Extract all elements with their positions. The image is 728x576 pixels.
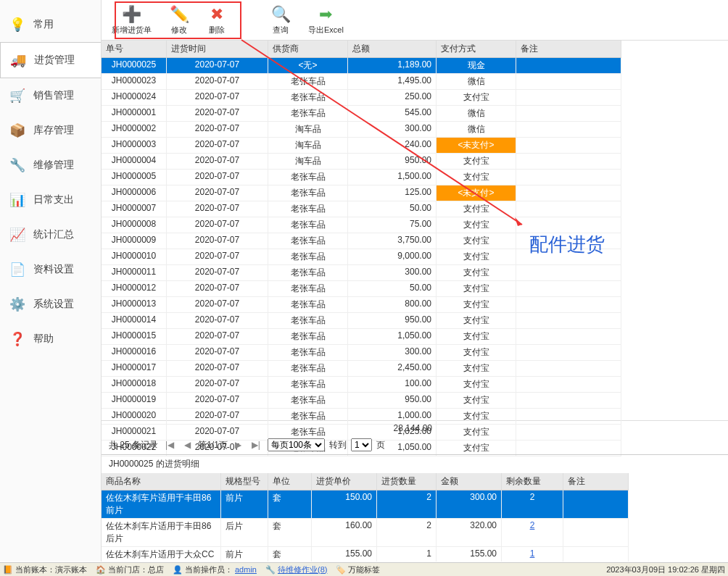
- col-header[interactable]: 金额: [437, 473, 502, 491]
- delete-button[interactable]: ✖ 删除: [204, 3, 230, 37]
- detail-header: 商品名称规格型号单位进货单价进货数量金额剩余数量备注: [102, 473, 728, 491]
- sidebar: 💡常用🚚进货管理🛒销售管理📦库存管理🔧维修管理📊日常支出📈统计汇总📄资料设置⚙️…: [0, 0, 102, 562]
- table-row[interactable]: JH00000232020-07-07老张车品1,495.00微信: [102, 74, 728, 90]
- pager-page: 第1/1页: [198, 439, 228, 451]
- add-button[interactable]: ➕ 新增进货单: [109, 3, 154, 37]
- remaining-link[interactable]: 1: [502, 547, 563, 562]
- sidebar-item-8[interactable]: ⚙️系统设置: [0, 287, 101, 322]
- sidebar-icon: 📄: [9, 261, 26, 278]
- table-row[interactable]: JH00000252020-07-07<无>1,189.00现金: [102, 58, 728, 74]
- sidebar-item-5[interactable]: 📊日常支出: [0, 183, 101, 217]
- plus-circle-icon: ➕: [122, 4, 142, 25]
- detail-title: JH0000025 的进货明细: [102, 454, 728, 473]
- sidebar-icon: 🔧: [9, 156, 26, 174]
- col-header[interactable]: 规格型号: [221, 473, 268, 491]
- col-header[interactable]: 进货单价: [312, 473, 377, 491]
- col-header[interactable]: 支付方式: [437, 41, 516, 58]
- col-header[interactable]: 单号: [102, 41, 167, 58]
- table-row[interactable]: JH00000052020-07-07老张车品1,500.00支付宝: [102, 170, 728, 185]
- table-row[interactable]: JH00000182020-07-07老张车品100.00支付宝: [102, 377, 728, 393]
- sidebar-item-1[interactable]: 🚚进货管理: [0, 42, 101, 78]
- sb-tag: 🏷️万能标签: [336, 564, 380, 575]
- sidebar-item-label: 常用: [33, 18, 54, 31]
- table-row[interactable]: JH00000022020-07-07淘车品300.00微信: [102, 122, 728, 138]
- table-row[interactable]: JH00000162020-07-07老张车品300.00支付宝: [102, 345, 728, 361]
- table-row[interactable]: 佐佐木刹车片适用于丰田86 后片后片套160.002320.002: [102, 519, 728, 547]
- pager-next-button[interactable]: ▶: [232, 440, 244, 450]
- col-header[interactable]: 进货时间: [167, 41, 268, 58]
- remaining-link[interactable]: 2: [502, 491, 563, 519]
- table-row[interactable]: JH00000192020-07-07老张车品950.00支付宝: [102, 393, 728, 409]
- table-row[interactable]: JH00000092020-07-07老张车品3,750.00支付宝: [102, 233, 728, 249]
- sidebar-icon: 📦: [9, 122, 26, 139]
- remaining-link[interactable]: 2: [502, 519, 563, 547]
- sidebar-item-label: 统计汇总: [33, 228, 74, 241]
- table-row[interactable]: JH00000142020-07-07老张车品950.00支付宝: [102, 313, 728, 329]
- col-header[interactable]: 备注: [563, 473, 629, 491]
- delete-label: 删除: [209, 25, 225, 36]
- edit-button[interactable]: ✏️ 修改: [166, 3, 192, 37]
- sidebar-item-label: 资料设置: [33, 263, 74, 276]
- col-header[interactable]: 供货商: [268, 41, 348, 58]
- main-area: ➕ 新增进货单 ✏️ 修改 ✖ 删除 🔍 查询 ➡ 导出Excel 单号进货时间: [102, 0, 728, 562]
- table-row[interactable]: JH00000062020-07-07老张车品125.00<未支付>: [102, 185, 728, 201]
- sidebar-icon: ❓: [9, 330, 26, 348]
- table-row[interactable]: JH00000152020-07-07老张车品1,050.00支付宝: [102, 329, 728, 345]
- table-row[interactable]: JH00000132020-07-07老张车品800.00支付宝: [102, 297, 728, 313]
- sb-time: 2023年03月09日 19:02:26 星期四: [606, 564, 725, 575]
- table-row[interactable]: JH00000122020-07-07老张车品50.00支付宝: [102, 281, 728, 297]
- sb-store: 🏠当前门店：总店: [96, 564, 164, 575]
- sidebar-icon: 📊: [9, 191, 26, 209]
- table-row[interactable]: JH00000012020-07-07老张车品545.00微信: [102, 106, 728, 122]
- sidebar-icon: 📈: [9, 226, 26, 243]
- sidebar-item-label: 维修管理: [33, 159, 74, 172]
- sidebar-item-6[interactable]: 📈统计汇总: [0, 217, 101, 252]
- col-header[interactable]: 单位: [268, 473, 312, 491]
- table-row[interactable]: JH00000112020-07-07老张车品300.00支付宝: [102, 265, 728, 281]
- sidebar-icon: ⚙️: [9, 296, 26, 313]
- toolbar: ➕ 新增进货单 ✏️ 修改 ✖ 删除 🔍 查询 ➡ 导出Excel: [102, 0, 728, 41]
- pager-prev-button[interactable]: ◀: [181, 440, 194, 450]
- annotation-text: 配件进货: [529, 232, 605, 257]
- sidebar-item-9[interactable]: ❓帮助: [0, 322, 101, 356]
- table-row[interactable]: 佐佐木刹车片适用于大众CC 前片前片套155.001155.001: [102, 547, 728, 562]
- arrow-right-icon: ➡: [315, 4, 336, 25]
- sidebar-icon: 🚚: [9, 51, 27, 69]
- sidebar-item-2[interactable]: 🛒销售管理: [0, 78, 101, 113]
- purchase-grid: 单号进货时间供货商总额支付方式备注 JH00000252020-07-07<无>…: [102, 41, 728, 435]
- add-label: 新增进货单: [112, 25, 152, 36]
- table-row[interactable]: JH00000172020-07-07老张车品2,450.00支付宝: [102, 361, 728, 377]
- sb-operator: 👤当前操作员：admin: [173, 564, 257, 575]
- col-header[interactable]: 商品名称: [102, 473, 221, 491]
- pager-last-button[interactable]: ▶|: [249, 440, 263, 450]
- edit-label: 修改: [171, 25, 187, 36]
- col-header[interactable]: 备注: [516, 41, 621, 58]
- sidebar-item-7[interactable]: 📄资料设置: [0, 252, 101, 287]
- pager-first-button[interactable]: |◀: [162, 440, 177, 450]
- sidebar-icon: 🛒: [9, 87, 26, 104]
- sidebar-item-3[interactable]: 📦库存管理: [0, 113, 101, 148]
- table-row[interactable]: JH00000072020-07-07老张车品50.00支付宝: [102, 201, 728, 217]
- page-size-select[interactable]: 每页100条: [268, 438, 325, 451]
- table-row[interactable]: JH00000032020-07-07淘车品240.00<未支付>: [102, 138, 728, 154]
- col-header[interactable]: 进货数量: [377, 473, 437, 491]
- goto-select[interactable]: 1: [351, 438, 372, 451]
- pager-goto-label: 转到: [329, 439, 347, 451]
- table-row[interactable]: 佐佐木刹车片适用于丰田86 前片前片套150.002300.002: [102, 491, 728, 519]
- query-button[interactable]: 🔍 查询: [268, 3, 294, 37]
- search-icon: 🔍: [270, 4, 291, 25]
- pencil-icon: ✏️: [169, 4, 189, 25]
- table-row[interactable]: JH00000242020-07-07老张车品250.00支付宝: [102, 90, 728, 106]
- sidebar-icon: 💡: [9, 16, 26, 33]
- export-button[interactable]: ➡ 导出Excel: [305, 3, 347, 37]
- table-row[interactable]: JH00000102020-07-07老张车品9,000.00支付宝: [102, 249, 728, 265]
- grid-total-row: 28,144.00: [102, 420, 728, 435]
- sb-task: 🔧待维修作业(8): [265, 564, 327, 575]
- col-header[interactable]: 总额: [348, 41, 437, 58]
- table-row[interactable]: JH00000082020-07-07老张车品75.00支付宝: [102, 217, 728, 233]
- sidebar-item-4[interactable]: 🔧维修管理: [0, 148, 101, 183]
- col-header[interactable]: 剩余数量: [502, 473, 563, 491]
- table-row[interactable]: JH00000042020-07-07淘车品950.00支付宝: [102, 154, 728, 170]
- cross-icon: ✖: [207, 4, 227, 25]
- sidebar-item-0[interactable]: 💡常用: [0, 7, 101, 42]
